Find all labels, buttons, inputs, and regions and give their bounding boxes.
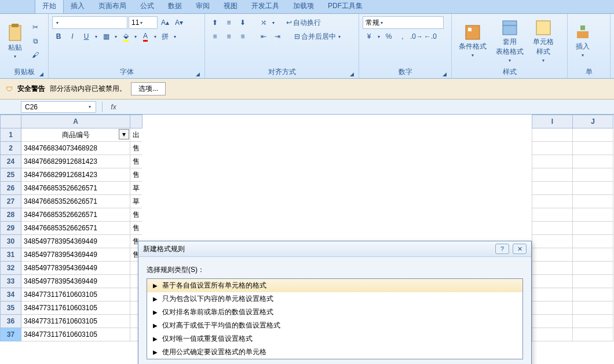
insert-cells-button[interactable]: 插入▾ (571, 23, 594, 59)
format-table-button[interactable]: 套用 表格格式▾ (492, 19, 527, 64)
number-format-combo[interactable]: 常规▾ (363, 16, 444, 29)
rule-item-average[interactable]: ▶仅对高于或低于平均值的数值设置格式 (147, 319, 522, 332)
cell[interactable]: 3484773117610603105 (21, 315, 130, 328)
cell[interactable] (532, 262, 573, 275)
paste-button[interactable]: 粘贴 ▾ (3, 22, 27, 60)
indent-dec-icon[interactable]: ⇤ (257, 30, 270, 43)
cell[interactable]: 3485497783954369449 (21, 275, 130, 288)
col-header-I[interactable]: I (532, 115, 573, 128)
cell[interactable]: 商品编号▾ (21, 128, 130, 142)
cell[interactable]: 3484766853526626571 (21, 195, 130, 208)
row-header[interactable]: 37 (1, 328, 21, 341)
conditional-format-button[interactable]: 条件格式▾ (455, 23, 490, 59)
percent-icon[interactable]: % (382, 30, 395, 43)
font-size-combo[interactable]: 11▾ (129, 16, 158, 29)
cell[interactable]: 3485497783954369449 (21, 262, 130, 275)
cell[interactable] (532, 315, 573, 328)
row-header[interactable]: 31 (1, 248, 21, 262)
expand-icon[interactable]: ◢ (443, 71, 447, 77)
tab-layout[interactable]: 页面布局 (92, 0, 133, 13)
cell[interactable] (573, 168, 613, 182)
cell[interactable] (532, 195, 573, 208)
copy-icon[interactable]: ⧉ (29, 35, 42, 47)
expand-icon[interactable]: ◢ (196, 71, 200, 77)
cell[interactable] (573, 262, 613, 275)
cell[interactable] (573, 182, 613, 195)
italic-button[interactable]: I (66, 30, 79, 43)
cell[interactable] (532, 142, 573, 155)
format-painter-icon[interactable]: 🖌 (29, 49, 42, 61)
cell[interactable]: 草 (130, 182, 142, 195)
cell[interactable] (532, 248, 573, 262)
cell-styles-button[interactable]: 单元格 样式▾ (529, 19, 557, 64)
help-button[interactable]: ? (495, 244, 509, 254)
merge-center-button[interactable]: ⊟合并后居中▾ (292, 30, 344, 43)
rule-item-formula[interactable]: ▶使用公式确定要设置格式的单元格 (147, 345, 522, 359)
cell[interactable] (532, 222, 573, 235)
cell[interactable] (573, 222, 613, 235)
cell[interactable]: 3484766853526626571 (21, 182, 130, 195)
orientation-icon[interactable]: ⤭ (257, 16, 270, 29)
dec-decimal-icon[interactable]: ←.0 (424, 30, 437, 43)
cell[interactable]: 售 (130, 208, 142, 222)
cell[interactable] (573, 235, 613, 248)
row-header[interactable]: 26 (1, 182, 21, 195)
grow-font-icon[interactable]: A▴ (159, 16, 171, 29)
col-header-J[interactable]: J (573, 115, 613, 128)
fx-button[interactable]: fx (106, 101, 121, 113)
cell[interactable] (532, 168, 573, 182)
comma-icon[interactable]: , (396, 30, 409, 43)
tab-addin[interactable]: 加载项 (286, 0, 321, 13)
expand-icon[interactable]: ◢ (350, 71, 354, 77)
align-bottom-icon[interactable]: ⬇ (236, 16, 249, 29)
cell[interactable]: 出 (130, 128, 142, 142)
cell[interactable] (573, 248, 613, 262)
filter-button[interactable]: ▾ (119, 129, 129, 139)
indent-inc-icon[interactable]: ⇥ (271, 30, 284, 43)
tab-data[interactable]: 数据 (161, 0, 189, 13)
cell[interactable] (573, 275, 613, 288)
cell[interactable] (573, 142, 613, 155)
cell[interactable]: 3484773117610603105 (21, 302, 130, 315)
cell[interactable]: 3484773117610603105 (21, 328, 130, 341)
tab-dev[interactable]: 开发工具 (244, 0, 286, 13)
cut-icon[interactable]: ✂ (29, 21, 42, 34)
row-header[interactable]: 35 (1, 302, 21, 315)
tab-pdf[interactable]: PDF工具集 (321, 0, 370, 13)
underline-button[interactable]: U (80, 30, 93, 43)
cell[interactable] (573, 208, 613, 222)
name-box[interactable]: C26▾ (21, 101, 96, 113)
cell[interactable] (532, 328, 573, 341)
rule-item-contains[interactable]: ▶只为包含以下内容的单元格设置格式 (147, 292, 522, 306)
wrap-text-button[interactable]: ↩自动换行 (284, 16, 323, 29)
cell[interactable]: 3484773117610603105 (21, 288, 130, 302)
warn-options-button[interactable]: 选项... (131, 82, 166, 95)
cell[interactable]: 售 (130, 168, 142, 182)
select-all[interactable] (1, 115, 21, 128)
cell[interactable] (532, 182, 573, 195)
fill-color-icon[interactable]: ⬙ (119, 30, 132, 43)
row-header[interactable]: 27 (1, 195, 21, 208)
row-header[interactable]: 2 (1, 142, 21, 155)
cell[interactable]: 3484766829912681423 (21, 168, 130, 182)
cell[interactable] (573, 288, 613, 302)
tab-home[interactable]: 开始 (35, 0, 64, 13)
rule-item-top-bottom[interactable]: ▶仅对排名靠前或靠后的数值设置格式 (147, 306, 522, 319)
cell[interactable] (532, 275, 573, 288)
cell[interactable] (573, 302, 613, 315)
cell[interactable]: 3484766853526626571 (21, 222, 130, 235)
cell[interactable] (532, 288, 573, 302)
tab-insert[interactable]: 插入 (64, 0, 92, 13)
cell[interactable] (573, 155, 613, 168)
row-header[interactable]: 34 (1, 288, 21, 302)
cell[interactable] (573, 315, 613, 328)
row-header[interactable]: 28 (1, 208, 21, 222)
col-header-A[interactable]: A (21, 115, 130, 128)
phonetic-icon[interactable]: 拼 (159, 30, 171, 43)
cell[interactable] (532, 208, 573, 222)
cell[interactable]: 售 (130, 142, 142, 155)
cell[interactable]: 售 (130, 155, 142, 168)
align-left-icon[interactable]: ≡ (209, 30, 221, 43)
row-header[interactable]: 25 (1, 168, 21, 182)
cell[interactable]: 3485497783954369449 (21, 248, 130, 262)
